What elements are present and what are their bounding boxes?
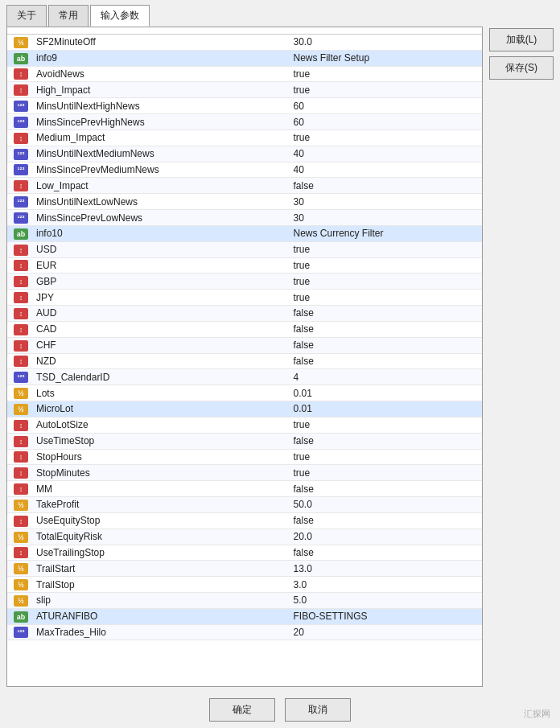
row-variable-value[interactable]: true	[287, 274, 482, 290]
row-variable-value[interactable]: 20	[287, 624, 482, 640]
table-row[interactable]: ↕StopMinutestrue	[7, 465, 482, 481]
row-icon: ¹²³	[7, 146, 30, 162]
table-row[interactable]: ½TrailStop3.0	[7, 577, 482, 593]
row-variable-value[interactable]: true	[287, 290, 482, 306]
row-variable-name: Lots	[30, 385, 287, 401]
table-row[interactable]: ↕UseEquityStopfalse	[7, 512, 482, 529]
row-icon: ½	[7, 561, 30, 577]
bottom-button-0[interactable]: 确定	[209, 698, 275, 722]
bottom-button-1[interactable]: 取消	[285, 698, 351, 722]
side-button-1[interactable]: 保存(S)	[489, 56, 554, 80]
table-row[interactable]: ¹²³MinsSincePrevHighNews60	[7, 114, 482, 130]
row-variable-value[interactable]: 60	[287, 98, 482, 114]
side-button-0[interactable]: 加载(L)	[489, 28, 554, 51]
table-row[interactable]: ½Lots0.01	[7, 385, 482, 401]
table-row[interactable]: ½MicroLot0.01	[7, 401, 482, 417]
row-variable-name: StopMinutes	[30, 465, 287, 481]
table-row[interactable]: ½TrailStart13.0	[7, 561, 482, 577]
table-row[interactable]: ↕StopHourstrue	[7, 449, 482, 465]
table-row[interactable]: ¹²³MinsSincePrevMediumNews40	[7, 162, 482, 178]
table-row[interactable]: ↕Medium_Impacttrue	[7, 130, 482, 146]
table-row[interactable]: ½TotalEquityRisk20.0	[7, 529, 482, 545]
row-variable-value[interactable]: true	[287, 82, 482, 98]
row-variable-name: CAD	[30, 321, 287, 337]
val-icon: ½	[14, 404, 28, 415]
row-variable-value[interactable]: 20.0	[287, 529, 482, 545]
table-row[interactable]: abinfo10News Currency Filter	[7, 225, 482, 241]
tab-0[interactable]: 关于	[6, 5, 47, 27]
table-row[interactable]: ↕MMfalse	[7, 481, 482, 497]
table-row[interactable]: ½TakeProfit50.0	[7, 497, 482, 513]
table-row[interactable]: abATURANFIBOFIBO-SETTINGS	[7, 608, 482, 624]
row-variable-name: info9	[30, 50, 287, 66]
row-variable-value[interactable]: 40	[287, 162, 482, 178]
table-row[interactable]: ↕UseTimeStopfalse	[7, 433, 482, 449]
row-variable-value[interactable]: true	[287, 130, 482, 146]
table-row[interactable]: ¹²³MaxTrades_Hilo20	[7, 624, 482, 640]
arr-icon: ↕	[14, 133, 28, 144]
row-variable-value[interactable]: false	[287, 512, 482, 529]
row-variable-value[interactable]: true	[287, 257, 482, 274]
row-variable-value[interactable]: 40	[287, 146, 482, 162]
table-row[interactable]: ↕JPYtrue	[7, 290, 482, 306]
row-variable-value[interactable]: false	[287, 481, 482, 497]
table-row[interactable]: ↕NZDfalse	[7, 353, 482, 369]
ab-icon: ab	[14, 53, 28, 64]
table-row[interactable]: ¹²³MinsUntilNextHighNews60	[7, 98, 482, 114]
table-row[interactable]: ↕GBPtrue	[7, 274, 482, 290]
table-row[interactable]: ¹²³MinsUntilNextLowNews30	[7, 194, 482, 210]
row-variable-value[interactable]: 0.01	[287, 401, 482, 417]
123-icon: ¹²³	[14, 196, 28, 208]
row-variable-name: High_Impact	[30, 82, 287, 98]
row-variable-value[interactable]: 50.0	[287, 497, 482, 513]
table-row[interactable]: ¹²³TSD_CalendarID4	[7, 369, 482, 385]
table-row[interactable]: ↕CADfalse	[7, 321, 482, 337]
table-row[interactable]: ↕AUDfalse	[7, 306, 482, 322]
row-variable-value[interactable]: 4	[287, 369, 482, 385]
table-row[interactable]: ¹²³MinsUntilNextMediumNews40	[7, 146, 482, 162]
row-variable-value[interactable]: true	[287, 449, 482, 465]
table-row[interactable]: ↕EURtrue	[7, 257, 482, 274]
table-row[interactable]: ↕USDtrue	[7, 241, 482, 257]
row-variable-name: MinsUntilNextHighNews	[30, 98, 287, 114]
row-variable-value[interactable]: 60	[287, 114, 482, 130]
table-row[interactable]: ↕AutoLotSizetrue	[7, 417, 482, 433]
arr-icon: ↕	[14, 420, 28, 431]
row-icon: ½	[7, 529, 30, 545]
row-variable-value[interactable]: 3.0	[287, 577, 482, 593]
row-variable-value[interactable]: 30	[287, 194, 482, 210]
row-variable-value[interactable]: true	[287, 241, 482, 257]
table-row[interactable]: ↕AvoidNewstrue	[7, 66, 482, 82]
tab-1[interactable]: 常用	[48, 5, 89, 27]
row-icon: ↕	[7, 257, 30, 274]
row-variable-value[interactable]: News Filter Setup	[287, 50, 482, 66]
row-variable-value[interactable]: false	[287, 545, 482, 561]
row-variable-value[interactable]: News Currency Filter	[287, 225, 482, 241]
table-row[interactable]: ¹²³MinsSincePrevLowNews30	[7, 210, 482, 226]
row-variable-value[interactable]: true	[287, 66, 482, 82]
row-variable-value[interactable]: true	[287, 465, 482, 481]
row-variable-value[interactable]: false	[287, 337, 482, 353]
row-variable-value[interactable]: 13.0	[287, 561, 482, 577]
table-row[interactable]: ↕High_Impacttrue	[7, 82, 482, 98]
row-variable-name: MinsUntilNextLowNews	[30, 194, 287, 210]
table-row[interactable]: abinfo9News Filter Setup	[7, 50, 482, 66]
row-variable-value[interactable]: false	[287, 321, 482, 337]
table-row[interactable]: ½slip5.0	[7, 592, 482, 608]
row-variable-value[interactable]: 0.01	[287, 385, 482, 401]
table-row[interactable]: ½SF2MinuteOff30.0	[7, 35, 482, 51]
row-variable-value[interactable]: 30.0	[287, 35, 482, 51]
row-variable-value[interactable]: FIBO-SETTINGS	[287, 608, 482, 624]
table-row[interactable]: ↕Low_Impactfalse	[7, 178, 482, 194]
table-row[interactable]: ↕CHFfalse	[7, 337, 482, 353]
row-variable-value[interactable]: false	[287, 433, 482, 449]
row-variable-value[interactable]: false	[287, 306, 482, 322]
row-variable-value[interactable]: false	[287, 178, 482, 194]
row-variable-value[interactable]: 5.0	[287, 592, 482, 608]
row-variable-value[interactable]: 30	[287, 210, 482, 226]
table-row[interactable]: ↕UseTrailingStopfalse	[7, 545, 482, 561]
row-variable-value[interactable]: true	[287, 417, 482, 433]
params-table-container[interactable]: ½SF2MinuteOff30.0abinfo9News Filter Setu…	[6, 27, 483, 687]
tab-2[interactable]: 输入参数	[90, 5, 150, 27]
row-variable-value[interactable]: false	[287, 353, 482, 369]
